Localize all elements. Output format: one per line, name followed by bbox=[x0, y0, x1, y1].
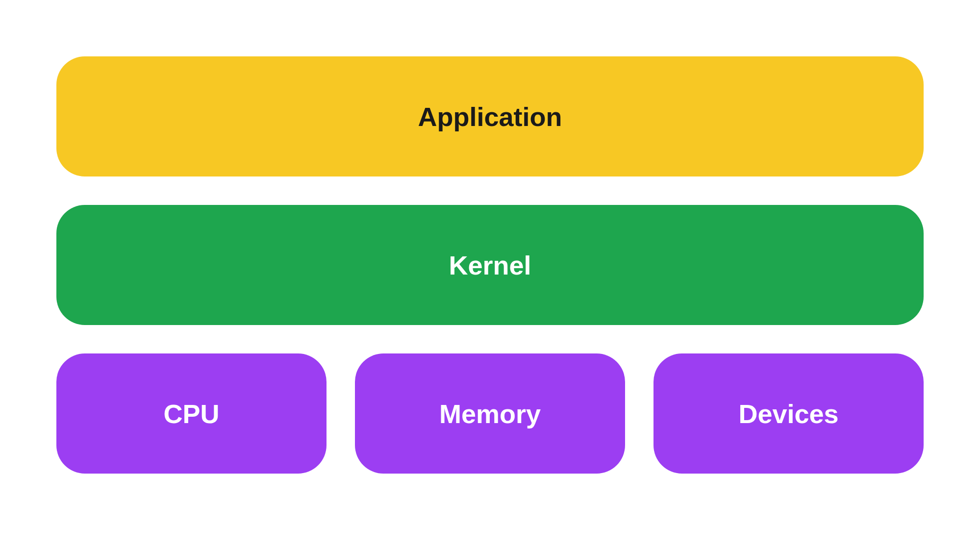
devices-box: Devices bbox=[653, 353, 924, 474]
kernel-label: Kernel bbox=[449, 250, 531, 280]
devices-label: Devices bbox=[738, 399, 838, 429]
memory-box: Memory bbox=[355, 353, 625, 474]
application-label: Application bbox=[418, 101, 562, 132]
cpu-label: CPU bbox=[163, 399, 219, 429]
memory-label: Memory bbox=[439, 399, 541, 429]
application-layer-box: Application bbox=[56, 56, 924, 176]
kernel-layer-box: Kernel bbox=[56, 205, 924, 325]
cpu-box: CPU bbox=[56, 353, 327, 474]
hardware-layer-row: CPU Memory Devices bbox=[56, 353, 924, 474]
